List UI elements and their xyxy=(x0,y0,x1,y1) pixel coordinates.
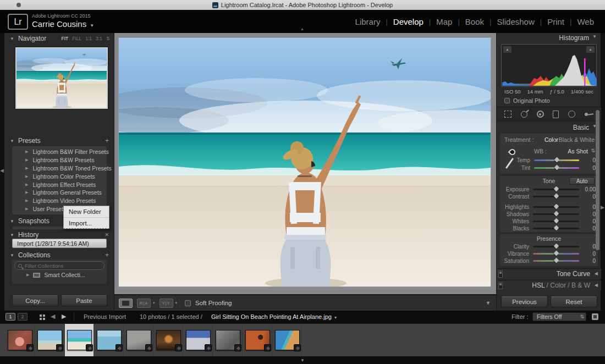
wb-value[interactable]: As Shot xyxy=(568,148,588,155)
module-slideshow[interactable]: Slideshow xyxy=(491,17,540,26)
filmstrip-cell-selected[interactable] xyxy=(65,324,94,357)
hsl-panel-header[interactable]: HSL / Color / B & W ◀ xyxy=(497,280,601,290)
highlights-slider-track[interactable] xyxy=(533,206,579,208)
previous-photo-icon[interactable]: ◀ xyxy=(51,313,55,320)
module-map[interactable]: Map xyxy=(431,17,458,26)
preset-folder[interactable]: ▶Lightroom General Presets xyxy=(12,189,107,197)
clear-history-icon[interactable]: ✕ xyxy=(105,232,109,238)
module-library[interactable]: Library xyxy=(350,17,386,26)
paste-button[interactable]: Paste xyxy=(61,295,107,306)
primary-monitor-button[interactable]: 1 xyxy=(6,313,15,321)
adjustment-brush-tool-icon[interactable] xyxy=(585,111,593,118)
module-book[interactable]: Book xyxy=(460,17,490,26)
radial-filter-tool-icon[interactable] xyxy=(568,111,575,118)
module-print[interactable]: Print xyxy=(542,17,570,26)
wb-picker-icon[interactable]: ⇅ xyxy=(591,148,595,153)
collections-filter[interactable] xyxy=(14,261,105,270)
graduated-filter-tool-icon[interactable] xyxy=(553,111,559,118)
shadow-clipping-indicator[interactable]: ▲ xyxy=(503,46,512,53)
spot-removal-tool-icon[interactable] xyxy=(521,111,527,118)
original-photo-checkbox[interactable] xyxy=(504,98,510,103)
previous-button[interactable]: Previous xyxy=(501,296,548,307)
thumbnail-photo-3-selected[interactable] xyxy=(67,330,92,350)
identity-plate[interactable]: Carrie Cousins▼ xyxy=(32,19,94,29)
thumbnail-photo-8[interactable] xyxy=(216,330,240,350)
slider-thumb[interactable] xyxy=(553,204,559,209)
slider-thumb[interactable] xyxy=(553,251,559,256)
slider-thumb[interactable] xyxy=(553,186,559,192)
filmstrip-cell[interactable] xyxy=(273,324,302,357)
split-view-dropdown-icon[interactable]: ▾ xyxy=(175,301,178,305)
filmstrip-cell[interactable] xyxy=(95,324,124,357)
auto-tone-button[interactable]: Auto xyxy=(569,177,595,185)
histogram[interactable]: ▲ ▲ xyxy=(501,44,597,87)
slider-thumb[interactable] xyxy=(553,194,559,199)
current-filename[interactable]: Girl Sitting On Beach Pointing At Airpla… xyxy=(211,313,337,320)
preset-folder[interactable]: ▶Lightroom B&W Presets xyxy=(12,156,107,164)
shadows-slider-track[interactable] xyxy=(533,213,579,215)
saturation-slider-track[interactable] xyxy=(533,260,579,262)
toolbar-options-icon[interactable]: ▼ xyxy=(486,300,491,306)
thumbnail-photo-4[interactable] xyxy=(97,330,122,350)
before-after-tb-button[interactable]: Y|Y xyxy=(160,299,173,308)
filmstrip-cell[interactable] xyxy=(124,324,153,357)
slider-thumb[interactable] xyxy=(553,258,559,263)
slider-thumb[interactable] xyxy=(554,165,559,170)
menu-item-import[interactable]: Import... xyxy=(64,217,109,228)
contrast-slider-track[interactable] xyxy=(533,196,579,197)
create-preset-icon[interactable]: + xyxy=(105,137,109,145)
history-step[interactable]: Import (1/28/17 9:54:16 AM) xyxy=(12,239,107,248)
module-develop[interactable]: Develop xyxy=(388,17,429,26)
filter-dropdown[interactable]: Filters Off⇅ xyxy=(532,312,586,321)
window-close-button[interactable] xyxy=(16,3,21,7)
preset-folder[interactable]: ▶Lightroom Video Presets xyxy=(12,197,107,205)
panel-toggle-switch[interactable] xyxy=(498,271,503,278)
treatment-black-white[interactable]: Black & White xyxy=(554,136,595,143)
filter-toggle-icon[interactable] xyxy=(592,313,598,320)
slider-thumb[interactable] xyxy=(554,157,559,163)
photo-canvas[interactable] xyxy=(118,37,491,287)
thumbnail-photo-6[interactable] xyxy=(156,330,181,350)
filmstrip-cell[interactable] xyxy=(184,324,213,357)
thumbnail-photo-1[interactable] xyxy=(8,330,32,350)
preset-folder[interactable]: ▶Lightroom Effect Presets xyxy=(12,180,107,189)
whites-slider-track[interactable] xyxy=(533,220,579,222)
slider-thumb[interactable] xyxy=(553,244,559,249)
menu-item-new-folder[interactable]: New Folder xyxy=(64,206,109,217)
soft-proofing-checkbox[interactable] xyxy=(185,300,191,306)
before-after-dropdown-icon[interactable]: ▾ xyxy=(153,301,155,305)
temp-slider-track[interactable] xyxy=(534,159,579,161)
filmstrip-cell[interactable] xyxy=(154,324,183,357)
next-photo-icon[interactable]: ▶ xyxy=(62,313,66,320)
thumbnail-photo-5[interactable] xyxy=(127,330,151,350)
zoom-fill[interactable]: FILL xyxy=(72,36,81,41)
clarity-slider-track[interactable] xyxy=(533,246,579,247)
highlight-clipping-indicator[interactable]: ▲ xyxy=(586,46,595,53)
red-eye-tool-icon[interactable] xyxy=(537,111,544,118)
navigator-preview[interactable] xyxy=(15,47,108,109)
filmstrip-cell[interactable] xyxy=(35,324,64,357)
thumbnail-photo-2[interactable] xyxy=(37,330,62,350)
grid-view-icon[interactable] xyxy=(40,315,42,317)
exposure-slider-track[interactable] xyxy=(533,189,579,190)
secondary-monitor-button[interactable]: 2 xyxy=(18,313,28,321)
thumbnail-photo-7[interactable] xyxy=(186,330,211,350)
basic-panel-header[interactable]: Basic ▼ xyxy=(497,124,601,133)
zoom-3-1[interactable]: 3:1 xyxy=(96,36,102,41)
source-label[interactable]: Previous Import xyxy=(84,313,126,320)
preset-folder[interactable]: ▶Lightroom Color Presets xyxy=(12,172,107,180)
preset-folder[interactable]: ▶Lightroom B&W Filter Presets xyxy=(12,148,107,156)
before-after-lr-button[interactable]: R|A xyxy=(137,299,151,308)
vibrance-slider-track[interactable] xyxy=(533,253,579,255)
zoom-1-1[interactable]: 1:1 xyxy=(85,36,92,41)
slider-thumb[interactable] xyxy=(553,218,559,224)
tone-curve-panel-header[interactable]: Tone Curve ◀ xyxy=(497,268,601,279)
reset-button[interactable]: Reset xyxy=(551,296,597,307)
slider-thumb[interactable] xyxy=(553,225,559,231)
blacks-slider-track[interactable] xyxy=(533,228,579,229)
right-panel-scrollbar[interactable] xyxy=(596,110,600,250)
history-panel-header[interactable]: ▼ History ✕ xyxy=(4,230,114,239)
filmstrip-cell[interactable] xyxy=(6,324,35,357)
collection-item-smart[interactable]: ▶ Smart Collecti... xyxy=(14,270,105,280)
create-collection-icon[interactable]: + xyxy=(105,251,109,259)
